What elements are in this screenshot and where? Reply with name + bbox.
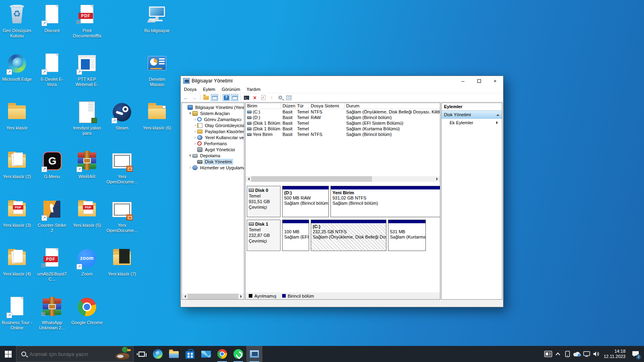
volume-row[interactable]: (Disk 1 Bölüm 1)BasitTemelSağlam (EFI Si… xyxy=(246,120,440,126)
check-doc-icon[interactable]: ✓ xyxy=(260,94,267,101)
tree-item-payla-lan-klas-rler[interactable]: ›Paylaşılan Klasörler xyxy=(182,128,244,134)
tree-expander-icon[interactable]: ∨ xyxy=(188,111,192,115)
actions-more-actions[interactable]: Ek Eylemler xyxy=(442,119,502,127)
taskbar-search[interactable] xyxy=(16,346,134,362)
desktop-icon-steam[interactable]: ↗Steam xyxy=(106,101,138,131)
column-header-d-zen[interactable]: Düzen xyxy=(281,103,295,109)
tree-item-disk-y-netimi[interactable]: Disk Yönetimi xyxy=(182,158,244,165)
properties-icon[interactable] xyxy=(285,94,292,101)
menu-yardm[interactable]: Yardım xyxy=(244,87,264,92)
desktop-icon-control-panel[interactable]: Denetim Masası xyxy=(141,53,173,87)
taskbar-mail-icon[interactable] xyxy=(198,346,214,362)
menu-dosya[interactable]: Dosya xyxy=(181,87,200,92)
disk-label-box[interactable]: Disk 1Temel232,87 GBÇevrimiçi xyxy=(247,220,281,251)
volume-list-horizontal-scrollbar[interactable] xyxy=(246,176,440,182)
tree-item-sistem-ara-lar-[interactable]: ∨Sistem Araçları xyxy=(182,110,244,116)
column-header-birim[interactable]: Birim xyxy=(246,103,281,109)
help-icon[interactable]: ? xyxy=(223,94,230,101)
desktop-icon-new-folder-5[interactable]: Yeni klasör (5) xyxy=(71,199,103,228)
action-center-icon[interactable]: 2 xyxy=(629,346,642,362)
column-header-t-r[interactable]: Tür xyxy=(295,103,309,109)
tree-item-ayg-t-y-neticisi[interactable]: Aygıt Yöneticisi xyxy=(182,146,244,152)
search-input[interactable] xyxy=(29,351,98,357)
partition--d-[interactable]: (D:)500 MB RAWSağlam (Birincil bölüm) xyxy=(282,186,329,217)
tree-expander-icon[interactable]: › xyxy=(193,141,197,146)
show-action-pane-icon[interactable] xyxy=(231,94,238,101)
menu-grnm[interactable]: Görünüm xyxy=(219,87,244,92)
partition-100-mb[interactable]: 100 MBSağlam (EFI S xyxy=(282,220,309,251)
desktop-icon-new-folder-7[interactable]: Yeni klasör (7) xyxy=(106,247,138,277)
taskbar-task-view-icon[interactable] xyxy=(134,346,150,362)
desktop-icon-new-folder-4[interactable]: Yeni klasör (4) xyxy=(1,247,33,277)
volume-row[interactable]: Yeni BirimBasitTemelNTFSSağlam (Birincil… xyxy=(246,132,440,137)
maximize-button[interactable] xyxy=(471,76,487,86)
taskbar-file-explorer-icon[interactable] xyxy=(166,346,182,362)
desktop-icon-winrar[interactable]: ↗WinRAR xyxy=(71,150,103,179)
tree-item-depolama[interactable]: ∨Depolama xyxy=(182,152,244,158)
desktop-icon-this-pc[interactable]: Bu bilgisayar xyxy=(141,4,173,33)
find-icon[interactable] xyxy=(277,94,284,101)
column-header-durum[interactable]: Durum xyxy=(345,103,440,109)
tree-expander-icon[interactable]: ∨ xyxy=(188,153,192,158)
tree-expander-icon[interactable]: › xyxy=(193,117,197,121)
start-button[interactable] xyxy=(0,346,16,362)
desktop-icon-print-documents-pdf[interactable]: PDF×Print Documentsfffam... xyxy=(71,4,103,39)
tree-item-bilgisayar-y-netimi-yerel-[interactable]: Bilgisayar Yönetimi (Yerel) xyxy=(182,104,244,110)
desktop-icon-google-chrome[interactable]: Google Chrome xyxy=(71,296,103,325)
taskbar-whatsapp-icon[interactable] xyxy=(230,346,246,362)
up-level-icon[interactable]: ↑ xyxy=(268,94,275,101)
close-button[interactable]: × xyxy=(487,76,503,86)
desktop-icon-new-folder-2[interactable]: Yeni klasör (2) xyxy=(1,150,33,179)
phone-link-icon[interactable] xyxy=(563,346,572,362)
volume-icon[interactable] xyxy=(592,346,601,362)
taskbar-chrome-icon[interactable] xyxy=(214,346,230,362)
desktop-icon-zoom[interactable]: zoom↗Zoom xyxy=(71,247,103,277)
delete-icon[interactable]: × xyxy=(251,94,258,101)
volume-row[interactable]: (Disk 1 Bölüm 4)BasitTemelSağlam (Kurtar… xyxy=(246,126,440,132)
taskbar-edge-icon[interactable] xyxy=(150,346,166,362)
collapse-icon[interactable] xyxy=(496,113,500,116)
partition-531-mb[interactable]: 531 MBSağlam (Kurtarma B xyxy=(388,220,426,251)
tray-clock[interactable]: 14:18 12.11.2023 xyxy=(601,349,629,359)
back-icon[interactable]: ← xyxy=(182,94,190,101)
volume-row[interactable]: (C:)BasitTemelNTFSSağlam (Önyükleme, Dis… xyxy=(246,109,440,115)
desktop-icon-edevlet-eimza[interactable]: ↗E-Devlet E-Imza Uygulaması xyxy=(36,53,68,88)
desktop-icon-new-folder-6[interactable]: Yeni klasör (6) xyxy=(141,101,173,131)
desktop-icon-g-menu[interactable]: G↗G-Menu xyxy=(36,150,68,179)
tray-chevron-up-icon[interactable] xyxy=(553,346,563,362)
volume-row[interactable]: (D:)BasitTemelRAWSağlam (Birincil bölüm) xyxy=(246,115,440,120)
disk-label-box[interactable]: Disk 0Temel931,51 GBÇevrimiçi xyxy=(247,186,281,217)
desktop-icon-new-folder-3[interactable]: Yeni klasör (3) xyxy=(1,199,33,228)
desktop-icon-ptt-kep-webmail[interactable]: ↗PTT KEP Webmail E-Imza Uygulaması xyxy=(71,53,103,88)
tree-horizontal-scrollbar[interactable] xyxy=(182,294,244,299)
desktop-icon-pdf-umab2e8[interactable]: PDF×umAb2E8sysl7C... xyxy=(36,247,68,282)
tree-expander-icon[interactable]: › xyxy=(193,123,197,128)
scroll-left-icon[interactable] xyxy=(246,176,251,182)
desktop-icon-whatsapp-rar[interactable]: ×WhatsApp Unknown 2... xyxy=(36,296,68,331)
tree-item-performans[interactable]: ›Performans xyxy=(182,140,244,146)
partition-yeni-birim[interactable]: Yeni Birim931,02 GB NTFSSağlam (Birincil… xyxy=(330,186,440,217)
scroll-left-icon[interactable] xyxy=(182,294,188,299)
desktop-icon-business-tour[interactable]: ↗Business Tour - Online Multiplay... xyxy=(1,296,33,331)
tree-item-olay-g-r-nt-leyicisi[interactable]: ›Olay Görüntüleyicisi xyxy=(182,122,244,128)
taskbar-computer-management-icon[interactable] xyxy=(246,346,262,362)
taskbar-microsoft-store-icon[interactable] xyxy=(182,346,198,362)
scroll-right-icon[interactable] xyxy=(434,176,440,182)
desktop-icon-new-folder[interactable]: Yeni klasör xyxy=(1,101,33,131)
desktop-icon-discord-shortcut[interactable]: ↗Discord xyxy=(36,4,68,33)
minimize-button[interactable]: – xyxy=(455,76,471,86)
column-header-dosya-sistemi[interactable]: Dosya Sistemi xyxy=(309,103,345,109)
tree-item-g-rev-zamanlay-c-[interactable]: ›Görev Zamanlayıcı xyxy=(182,116,244,122)
tree-expander-icon[interactable]: › xyxy=(193,129,197,134)
desktop-icon-trendyol-doc[interactable]: trendyol yatan para xyxy=(71,101,103,136)
actions-disk-management[interactable]: Disk Yönetimi xyxy=(442,111,502,119)
desktop-icon-recycle-bin[interactable]: ♻Geri Dönüşüm Kutusu xyxy=(1,4,33,39)
export-list-icon[interactable] xyxy=(202,94,210,101)
desktop-icon-new-opendocument-2[interactable]: Yeni OpenDocume... xyxy=(106,199,138,233)
tree-item-hizmetler-ve-uygulamalar[interactable]: ›Hizmetler ve Uygulamalar xyxy=(182,165,244,171)
network-icon[interactable] xyxy=(582,346,592,362)
partition--c-[interactable]: (C:)232,25 GB NTFSSağlam (Önyükleme, Dis… xyxy=(311,220,386,251)
desktop-icon-microsoft-edge[interactable]: ↗Microsoft Edge xyxy=(1,53,33,82)
tree-expander-icon[interactable]: › xyxy=(193,135,197,140)
scroll-right-icon[interactable] xyxy=(238,294,244,299)
